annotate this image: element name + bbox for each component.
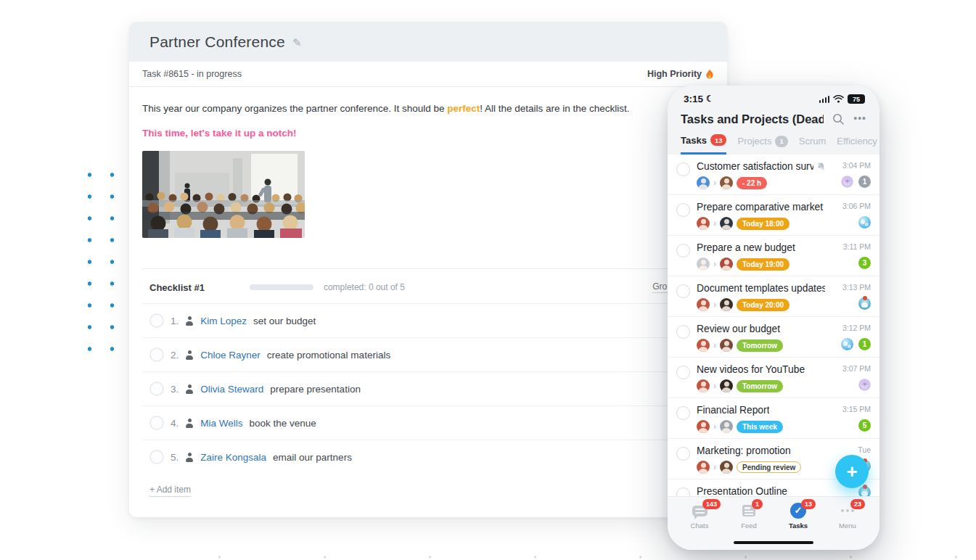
checkbox[interactable]	[149, 416, 164, 430]
task-checkbox[interactable]	[676, 325, 690, 339]
edit-icon[interactable]: ✎	[292, 36, 302, 49]
checklist-item[interactable]: 5. Zaire Kongsala email our partners	[142, 440, 714, 474]
task-row[interactable]: Prepare comparative market researc... › …	[668, 195, 879, 236]
task-checkbox[interactable]	[676, 366, 690, 379]
comment-count-badge: 1	[858, 176, 871, 188]
nav-count-badge: 143	[702, 499, 721, 509]
cellular-signal-icon	[819, 96, 830, 103]
task-meta-bar: Task #8615 - in progress High Priority	[129, 62, 727, 87]
task-checkbox[interactable]	[676, 244, 690, 258]
checklist-header: Checklist #1 completed: 0 out of 5 Group…	[142, 269, 714, 303]
avatar	[697, 461, 710, 474]
item-number: 5.	[171, 452, 179, 463]
description-text: This year our company organizes the part…	[142, 103, 447, 114]
priority-label: High Priority	[647, 69, 702, 79]
avatar	[697, 298, 710, 311]
task-title: Financial Report	[697, 405, 769, 416]
item-text: set our budget	[253, 316, 316, 326]
description-highlight: perfect	[447, 103, 480, 114]
avatar	[697, 420, 710, 433]
add-item-link[interactable]: + Add item	[149, 485, 191, 497]
task-row[interactable]: Prepare a new budget › Today 19:00	[668, 236, 879, 276]
deadline-badge: Today 20:00	[737, 299, 790, 311]
checklist-progress-label: completed: 0 out of 5	[324, 282, 405, 292]
comment-count-badge: 5	[858, 419, 871, 432]
deadline-badge: Tomorrow	[737, 339, 783, 352]
checklist-item[interactable]: 4. Mia Wells book the venue	[142, 405, 714, 440]
search-icon[interactable]	[832, 113, 845, 125]
checkbox[interactable]	[149, 347, 164, 362]
nav-item[interactable]: 143 Chats	[675, 503, 724, 550]
nav-count-badge: 1	[752, 499, 763, 509]
task-checkbox[interactable]	[676, 406, 690, 420]
task-time: 3:04 PM	[842, 161, 871, 170]
tab[interactable]: Scrum	[799, 134, 827, 155]
task-checkbox[interactable]	[676, 284, 690, 298]
phone-header-area: 3:15 ☾ 75 Tasks and Projects (Deadline..…	[668, 86, 879, 155]
task-description: This year our company organizes the part…	[142, 103, 714, 114]
comment-count-badge: 1	[858, 338, 871, 350]
deadline-badge: Pending review	[737, 461, 801, 473]
task-row[interactable]: Financial Report › This week	[668, 398, 879, 439]
task-checkbox[interactable]	[676, 162, 690, 176]
task-title: Presentation Outline	[697, 486, 787, 497]
nav-label: Tasks	[789, 522, 808, 530]
checklist-items: 1. Kim Lopez set our budget 2. Chloe Ray…	[142, 303, 714, 474]
nav-label: Feed	[741, 522, 757, 530]
task-row[interactable]: Review our budget › Tomorrow	[668, 317, 879, 358]
tab[interactable]: Projects 1	[737, 134, 787, 155]
chevron-right-icon: ›	[713, 381, 716, 391]
task-row[interactable]: New videos for YouTube › Tomorrow	[668, 358, 879, 398]
checklist-item[interactable]: 3. Olivia Steward prepare presentation	[142, 371, 714, 405]
avatar	[720, 298, 733, 311]
more-menu-icon[interactable]: •••	[853, 112, 866, 124]
checklist-item[interactable]: 1. Kim Lopez set our budget	[142, 303, 714, 337]
task-card: Partner Conference ✎ Task #8615 - in pro…	[129, 22, 727, 517]
tab[interactable]: Efficiency 97%	[837, 134, 879, 155]
assignee-link[interactable]: Chloe Rayner	[200, 350, 261, 361]
task-checkbox[interactable]	[676, 203, 690, 217]
avatar	[720, 379, 733, 392]
priority-badge[interactable]: High Priority	[647, 69, 714, 80]
dot-grid-decoration	[74, 161, 131, 366]
assignee-link[interactable]: Mia Wells	[200, 418, 242, 429]
checklist-item[interactable]: 2. Chloe Rayner create promotional mater…	[142, 337, 714, 371]
nav-item[interactable]: 23 Menu	[823, 503, 872, 550]
assignee-link[interactable]: Olivia Steward	[200, 384, 263, 395]
progress-bar	[250, 284, 313, 290]
status-time: 3:15	[684, 94, 703, 104]
sticker-icon	[841, 338, 853, 350]
item-number: 4.	[171, 418, 179, 429]
tab-label: Efficiency	[837, 136, 877, 147]
battery-indicator: 75	[848, 94, 865, 104]
avatar	[697, 176, 710, 189]
chevron-right-icon: ›	[713, 218, 716, 228]
assignee-link[interactable]: Kim Lopez	[200, 316, 247, 326]
checkbox[interactable]	[149, 382, 164, 396]
description-text-end: ! All the details are in the checklist.	[480, 103, 629, 114]
chevron-right-icon: ›	[713, 259, 716, 269]
comment-count-badge: 3	[858, 257, 871, 269]
task-title: Customer satisfaction survey	[697, 161, 813, 172]
tab-label: Tasks	[681, 135, 707, 146]
nav-count-badge: 23	[850, 499, 865, 509]
app-header: Tasks and Projects (Deadline... •••	[678, 107, 869, 128]
assignee-icon	[185, 384, 194, 394]
task-description-area: This year our company organizes the part…	[129, 87, 727, 269]
nav-count-badge: 13	[801, 499, 816, 509]
dot-row-decoration	[167, 555, 965, 559]
task-title: Review our budget	[697, 324, 780, 334]
assignee-link[interactable]: Zaire Kongsala	[200, 452, 266, 463]
page-title: Partner Conference	[149, 33, 285, 51]
add-task-fab[interactable]: +	[835, 455, 869, 488]
task-checkbox[interactable]	[676, 447, 690, 461]
checkbox[interactable]	[149, 313, 164, 328]
home-indicator[interactable]	[734, 541, 813, 544]
task-row[interactable]: Document templates updates › Today 20:00	[668, 276, 879, 317]
task-row[interactable]: Customer satisfaction survey › - 22 h	[668, 155, 879, 195]
checkbox[interactable]	[149, 450, 164, 464]
tab[interactable]: Tasks 13	[681, 134, 726, 155]
assignee-icon	[185, 453, 194, 462]
chevron-right-icon: ›	[713, 178, 716, 188]
tab-label: Projects	[737, 136, 771, 147]
